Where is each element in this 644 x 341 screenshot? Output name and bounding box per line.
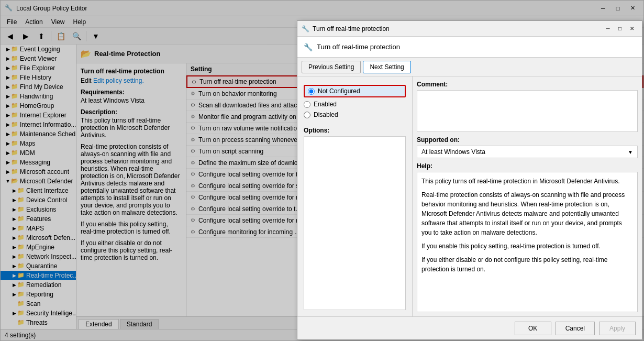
- supported-label: Supported on:: [417, 136, 638, 144]
- supported-box: At least Windows Vista ▼: [417, 146, 638, 158]
- modal-overlay: 🔧 Turn off real-time protection ─ □ ✕ 🔧 …: [1, 1, 643, 340]
- modal-subheader: 🔧 Turn off real-time protection: [297, 37, 642, 58]
- modal-right-panel: Comment: Supported on: At least Windows …: [413, 76, 642, 316]
- modal-close-button[interactable]: ✕: [626, 24, 638, 34]
- modal-maximize-button[interactable]: □: [614, 24, 626, 34]
- modal-title-controls: ─ □ ✕: [602, 24, 638, 34]
- radio-not-configured-input[interactable]: [308, 88, 315, 95]
- previous-setting-button[interactable]: Previous Setting: [302, 61, 361, 73]
- radio-enabled-label: Enabled: [314, 101, 337, 108]
- modal-title-bar: 🔧 Turn off real-time protection ─ □ ✕: [297, 21, 642, 37]
- radio-disabled-label: Disabled: [314, 111, 338, 118]
- radio-group: Not Configured Enabled Disabled: [304, 85, 406, 118]
- comment-label: Comment:: [417, 81, 638, 88]
- modal-subheader-icon: 🔧: [304, 43, 313, 51]
- radio-disabled-input[interactable]: [304, 112, 310, 118]
- radio-not-configured-label: Not Configured: [318, 87, 360, 95]
- ok-button[interactable]: OK: [515, 322, 551, 335]
- modal-footer: OK Cancel Apply: [297, 316, 642, 339]
- modal-title-text: Turn off real-time protection: [313, 25, 602, 32]
- modal-body: Not Configured Enabled Disabled Options:: [297, 76, 642, 316]
- comment-textarea[interactable]: [417, 90, 638, 132]
- main-window: 🔧 Local Group Policy Editor ─ □ ✕ File A…: [0, 0, 644, 341]
- help-label: Help:: [417, 162, 638, 170]
- radio-enabled[interactable]: Enabled: [304, 101, 406, 108]
- apply-button[interactable]: Apply: [599, 322, 636, 335]
- help-para-4: If you either disable or do not configur…: [421, 255, 633, 274]
- help-box: This policy turns off real-time protecti…: [417, 172, 638, 312]
- options-label: Options:: [304, 127, 406, 134]
- cancel-button[interactable]: Cancel: [556, 322, 595, 335]
- radio-enabled-input[interactable]: [304, 101, 310, 108]
- help-para-3: If you enable this policy setting, real-…: [421, 241, 633, 251]
- modal-dialog: 🔧 Turn off real-time protection ─ □ ✕ 🔧 …: [297, 20, 642, 340]
- modal-title-icon: 🔧: [302, 25, 309, 32]
- help-para-2: Real-time protection consists of always-…: [421, 190, 633, 237]
- modal-left-panel: Not Configured Enabled Disabled Options:: [297, 76, 413, 316]
- modal-subheader-text: Turn off real-time protection: [317, 43, 400, 51]
- next-setting-button[interactable]: Next Setting: [363, 61, 410, 73]
- radio-not-configured[interactable]: Not Configured: [304, 85, 406, 97]
- radio-disabled[interactable]: Disabled: [304, 111, 406, 118]
- options-box: [304, 136, 406, 310]
- modal-minimize-button[interactable]: ─: [602, 24, 614, 34]
- help-para-1: This policy turns off real-time protecti…: [421, 177, 633, 186]
- supported-text: At least Windows Vista: [421, 148, 485, 156]
- modal-nav: Previous Setting Next Setting: [297, 58, 642, 76]
- supported-dropdown-icon: ▼: [628, 149, 633, 155]
